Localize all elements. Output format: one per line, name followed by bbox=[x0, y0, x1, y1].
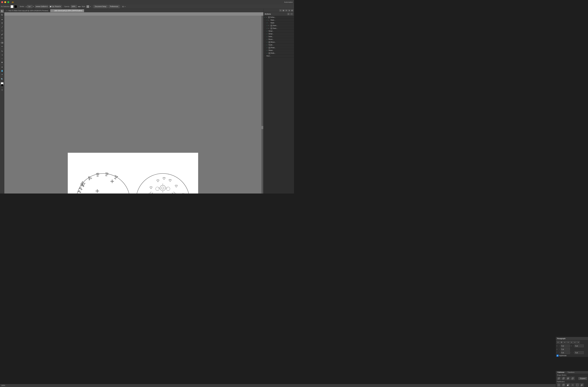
actions-icon-1[interactable]: ▸ bbox=[287, 13, 290, 15]
check-icon: ✓ bbox=[267, 52, 268, 54]
actions-icon-2[interactable]: □ bbox=[290, 13, 293, 15]
preferences-button[interactable]: Preferences bbox=[108, 5, 120, 8]
svg-point-22 bbox=[162, 187, 164, 189]
list-item[interactable]: ✓ ▸ Defau... bbox=[263, 16, 294, 19]
panel-icon-2[interactable]: ▣ bbox=[282, 9, 285, 12]
check-icon: ✓ bbox=[267, 19, 268, 21]
canvas-section: ✕ How To Make Seal copy.pdf @ 100% (RGB/… bbox=[4, 9, 263, 194]
svg-text:P: P bbox=[105, 172, 108, 177]
separator-2 bbox=[63, 5, 63, 8]
action-icon bbox=[271, 25, 272, 26]
check-icon: ✓ bbox=[267, 50, 268, 51]
stroke-value-input[interactable] bbox=[27, 5, 32, 8]
list-item[interactable]: ✓ ▸ Opac... bbox=[263, 19, 294, 21]
arrow-left-icon[interactable]: ◀ bbox=[78, 6, 79, 7]
tool-separator-6 bbox=[0, 81, 4, 82]
stroke-label: Stroke: bbox=[20, 6, 24, 7]
arrow-right-icon[interactable]: ▶ bbox=[80, 6, 81, 7]
list-item[interactable]: ✓ Move... bbox=[263, 41, 294, 43]
eraser-tool[interactable]: ⌫ bbox=[0, 41, 4, 44]
check-icon: ✓ bbox=[267, 30, 268, 32]
direct-selection-tool[interactable] bbox=[0, 13, 4, 17]
rotate-tool[interactable]: ↻ bbox=[0, 50, 4, 53]
list-item[interactable]: ✓ Shear... bbox=[263, 49, 294, 52]
tab-stencil[interactable]: ✕ cake stencil.pdf @ 100% (CMYK/Outline) bbox=[50, 9, 84, 12]
tool-separator-7 bbox=[0, 87, 4, 88]
panel-icon-1[interactable]: ≡ bbox=[279, 9, 282, 12]
gradient-tool[interactable]: ■ bbox=[0, 65, 4, 69]
list-item[interactable]: ✓ ▸ Save... bbox=[263, 27, 294, 30]
style-label: Style: bbox=[82, 6, 85, 7]
check-icon: ✓ bbox=[267, 33, 268, 35]
svg-point-27 bbox=[155, 187, 159, 191]
actions-header: Actions ▸ □ bbox=[263, 12, 294, 16]
tab-close-icon[interactable]: ✕ bbox=[6, 10, 7, 12]
svg-point-21 bbox=[160, 185, 166, 191]
arrange-icon[interactable]: ⊞ bbox=[122, 5, 124, 8]
check-icon: ✓ bbox=[267, 25, 268, 26]
list-item[interactable]: ✓ Simpl... bbox=[263, 30, 294, 33]
list-item[interactable]: ✓ ▸ Save... bbox=[263, 24, 294, 27]
opacity-arrows: ◀ ▶ bbox=[78, 6, 81, 7]
brush-dropdown[interactable]: 5 pt. Round ▾ bbox=[49, 5, 62, 8]
tab-preview[interactable]: ✕ How To Make Seal copy.pdf @ 100% (RGB/… bbox=[4, 9, 50, 12]
action-icon bbox=[271, 27, 272, 29]
close-button[interactable] bbox=[1, 1, 3, 3]
vertical-scrollbar-thumb[interactable] bbox=[261, 126, 263, 129]
svg-point-28 bbox=[166, 187, 170, 191]
shape-tool[interactable]: □ bbox=[0, 29, 4, 32]
style-chevron-icon[interactable]: ▾ bbox=[90, 6, 91, 7]
artboard: H A P P Y H A P P Y ✛ ✛ bbox=[68, 153, 198, 194]
scale-tool[interactable]: ⇲ bbox=[0, 53, 4, 57]
zoom-tool[interactable]: 🔍 bbox=[0, 78, 4, 81]
stroke-down-icon[interactable]: ▼ bbox=[33, 6, 34, 7]
type-tool[interactable]: T bbox=[0, 22, 4, 25]
actions-list: ✓ ▸ Defau... ✓ ▸ Opac... ✓ Apply ✓ bbox=[263, 16, 294, 57]
panel-icon-4[interactable]: ◈ bbox=[288, 9, 291, 12]
check-icon: ✓ bbox=[267, 44, 268, 46]
list-item[interactable]: Rum... bbox=[263, 55, 294, 57]
warp-tool[interactable]: ≈ bbox=[0, 57, 4, 60]
chevron-down-icon: ▾ bbox=[47, 6, 47, 7]
stroke-up-icon[interactable]: ▲ bbox=[25, 6, 27, 7]
panel-icon-3[interactable]: ⊕ bbox=[285, 9, 288, 12]
paintbrush-tool[interactable]: 🖌 bbox=[0, 33, 4, 36]
list-item[interactable]: ✓ Delet... bbox=[263, 35, 294, 38]
list-item[interactable]: ✓ Scale... bbox=[263, 43, 294, 46]
list-item[interactable]: ✓ Refle... bbox=[263, 52, 294, 55]
app-icon: Ai bbox=[12, 1, 14, 3]
pencil-tool[interactable]: ✏ bbox=[0, 36, 4, 40]
document-setup-button[interactable]: Document Setup bbox=[93, 5, 108, 8]
vertical-scrollbar[interactable] bbox=[261, 16, 263, 194]
measure-tool[interactable]: ⊕ bbox=[0, 73, 4, 76]
eyedropper-tool[interactable]: 💧 bbox=[0, 69, 4, 72]
line-tool[interactable]: ╱ bbox=[0, 25, 4, 29]
chevron-icon[interactable]: ▾ bbox=[125, 6, 126, 7]
canvas-area[interactable]: H A P P Y H A P P Y ✛ ✛ bbox=[4, 12, 263, 194]
opacity-input[interactable] bbox=[71, 5, 77, 8]
style-swatch[interactable] bbox=[86, 5, 89, 8]
expand-icon: ▸ bbox=[269, 25, 270, 26]
list-item[interactable]: ✓ Rotat... bbox=[263, 46, 294, 49]
list-item[interactable]: ✓ Rever... bbox=[263, 38, 294, 41]
chevron-down-icon: ▾ bbox=[60, 6, 61, 7]
scissors-tool[interactable]: ✂ bbox=[0, 45, 4, 48]
tabs-bar: ✕ How To Make Seal copy.pdf @ 100% (RGB/… bbox=[4, 9, 263, 12]
actions-panel: Actions ▸ □ ✓ ▸ Defau... ✓ ▸ Opac... bbox=[263, 12, 294, 194]
list-item[interactable]: ✓ Apply bbox=[263, 21, 294, 24]
tab-close-icon-active[interactable]: ✕ bbox=[52, 10, 53, 12]
stroke-style-dropdown[interactable]: Uniform ▾ bbox=[35, 5, 48, 8]
check-icon: ✓ bbox=[267, 41, 268, 43]
list-item[interactable]: ✓ Simpl... bbox=[263, 33, 294, 35]
panel-icon-5[interactable]: ◧ bbox=[291, 9, 294, 12]
fill-swatch[interactable] bbox=[11, 5, 13, 8]
automation-label: Automation bbox=[284, 1, 293, 3]
stroke-swatch[interactable] bbox=[14, 5, 17, 8]
screen-mode[interactable]: ⊡ bbox=[0, 88, 4, 92]
minimize-button[interactable] bbox=[4, 1, 6, 3]
pen-tool[interactable]: ✒ bbox=[0, 18, 4, 21]
graph-tool[interactable]: ▦ bbox=[0, 61, 4, 64]
selection-tool[interactable] bbox=[0, 10, 4, 13]
maximize-button[interactable] bbox=[7, 1, 9, 3]
stroke-color[interactable] bbox=[1, 84, 3, 86]
